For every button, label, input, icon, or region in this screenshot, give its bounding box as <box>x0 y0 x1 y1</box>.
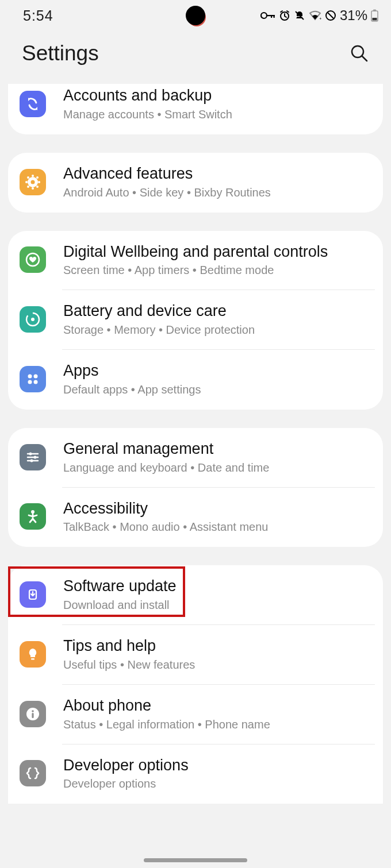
item-text: Developer optionsDeveloper options <box>63 756 370 792</box>
wifi-icon: + <box>309 10 321 21</box>
settings-item-about-phone[interactable]: About phoneStatus • Legal information • … <box>8 685 383 744</box>
navigation-handle[interactable] <box>144 858 247 862</box>
item-title: Developer options <box>63 756 370 776</box>
alarm-icon <box>279 10 290 21</box>
page-title: Settings <box>22 41 99 65</box>
item-text: Software updateDownload and install <box>63 577 370 612</box>
wellbeing-icon <box>20 246 46 273</box>
status-icons: + 31% <box>260 7 378 24</box>
svg-rect-2 <box>271 15 272 18</box>
item-subtitle: Manage accounts • Smart Switch <box>63 107 370 122</box>
search-icon <box>350 44 369 63</box>
item-text: General managementLanguage and keyboard … <box>63 439 370 475</box>
page-header: Settings <box>0 29 391 77</box>
mute-icon <box>294 10 305 21</box>
item-title: Accessibility <box>63 499 370 519</box>
svg-text:+: + <box>319 16 321 21</box>
settings-group: Software updateDownload and installTips … <box>8 565 383 804</box>
sync-icon <box>20 91 46 117</box>
svg-point-20 <box>36 186 39 188</box>
gear-filled-icon <box>20 169 46 195</box>
svg-point-13 <box>32 175 34 177</box>
settings-item-advanced-features[interactable]: Advanced featuresAndroid Auto • Side key… <box>8 153 383 213</box>
item-subtitle: Language and keyboard • Date and time <box>63 460 370 475</box>
item-subtitle: Android Auto • Side key • Bixby Routines <box>63 185 370 200</box>
bulb-icon <box>20 641 46 668</box>
settings-group: Digital Wellbeing and parental controlsS… <box>8 231 383 410</box>
svg-point-16 <box>38 181 40 183</box>
svg-point-15 <box>25 181 28 183</box>
svg-point-14 <box>32 187 34 190</box>
item-subtitle: Status • Legal information • Phone name <box>63 717 370 732</box>
braces-icon <box>20 760 46 786</box>
item-subtitle: Useful tips • New features <box>63 657 370 672</box>
svg-point-29 <box>34 456 37 458</box>
item-subtitle: Screen time • App timers • Bedtime mode <box>63 263 370 277</box>
status-time: 5:54 <box>23 7 53 24</box>
svg-rect-9 <box>373 18 377 21</box>
search-button[interactable] <box>348 43 370 64</box>
item-text: Digital Wellbeing and parental controlsS… <box>63 242 370 278</box>
settings-item-battery-care[interactable]: Battery and device careStorage • Memory … <box>8 290 383 350</box>
item-subtitle: Download and install <box>63 597 370 612</box>
do-not-disturb-icon <box>325 10 336 21</box>
item-subtitle: Storage • Memory • Device protection <box>63 322 370 337</box>
svg-point-12 <box>31 180 35 184</box>
svg-point-35 <box>32 710 34 712</box>
info-icon <box>20 701 46 727</box>
svg-rect-8 <box>373 10 376 11</box>
sliders-icon <box>20 444 46 470</box>
svg-point-18 <box>36 176 39 179</box>
vpn-key-icon <box>260 11 275 20</box>
item-subtitle: Default apps • App settings <box>63 382 370 397</box>
item-text: AppsDefault apps • App settings <box>63 361 370 397</box>
item-text: Advanced featuresAndroid Auto • Side key… <box>63 164 370 200</box>
svg-point-28 <box>29 452 32 455</box>
settings-group: Advanced featuresAndroid Auto • Side key… <box>8 153 383 213</box>
care-icon <box>20 306 46 333</box>
item-subtitle: Developer options <box>63 776 370 791</box>
battery-percent: 31% <box>340 7 367 24</box>
svg-point-26 <box>28 380 32 384</box>
item-title: General management <box>63 439 370 459</box>
item-title: Software update <box>63 577 370 596</box>
apps-icon <box>20 366 46 392</box>
download-icon <box>20 581 46 608</box>
item-title: Tips and help <box>63 636 370 656</box>
svg-point-27 <box>34 380 38 384</box>
item-subtitle: TalkBack • Mono audio • Assistant menu <box>63 519 370 534</box>
item-title: Digital Wellbeing and parental controls <box>63 242 370 262</box>
svg-point-25 <box>34 374 38 378</box>
item-text: Accounts and backupManage accounts • Sma… <box>63 86 370 122</box>
svg-point-17 <box>27 176 29 179</box>
svg-point-10 <box>352 46 363 57</box>
item-text: Battery and device careStorage • Memory … <box>63 302 370 337</box>
status-bar: 5:54 + 31% <box>0 0 391 29</box>
settings-item-tips-help[interactable]: Tips and helpUseful tips • New features <box>8 625 383 685</box>
item-title: Battery and device care <box>63 302 370 321</box>
svg-point-30 <box>30 459 33 462</box>
item-title: Accounts and backup <box>63 86 370 106</box>
settings-item-apps[interactable]: AppsDefault apps • App settings <box>8 350 383 410</box>
item-text: About phoneStatus • Legal information • … <box>63 696 370 732</box>
settings-item-digital-wellbeing[interactable]: Digital Wellbeing and parental controlsS… <box>8 231 383 291</box>
svg-point-23 <box>31 318 34 321</box>
svg-point-19 <box>27 186 29 188</box>
settings-item-developer-options[interactable]: Developer optionsDeveloper options <box>8 744 383 804</box>
svg-rect-33 <box>31 658 34 660</box>
camera-cutout <box>186 6 205 25</box>
settings-item-accessibility[interactable]: AccessibilityTalkBack • Mono audio • Ass… <box>8 488 383 547</box>
settings-item-software-update[interactable]: Software updateDownload and install <box>8 565 383 625</box>
settings-item-general-management[interactable]: General managementLanguage and keyboard … <box>8 428 383 488</box>
settings-group: General managementLanguage and keyboard … <box>8 428 383 547</box>
battery-icon <box>371 9 378 22</box>
item-title: Advanced features <box>63 164 370 184</box>
svg-point-24 <box>28 374 32 378</box>
item-title: Apps <box>63 361 370 381</box>
settings-item-accounts-backup[interactable]: Accounts and backupManage accounts • Sma… <box>8 84 383 134</box>
accessibility-icon <box>20 503 46 530</box>
item-text: Tips and helpUseful tips • New features <box>63 636 370 672</box>
item-title: About phone <box>63 696 370 716</box>
svg-rect-36 <box>32 713 33 718</box>
item-text: AccessibilityTalkBack • Mono audio • Ass… <box>63 499 370 535</box>
